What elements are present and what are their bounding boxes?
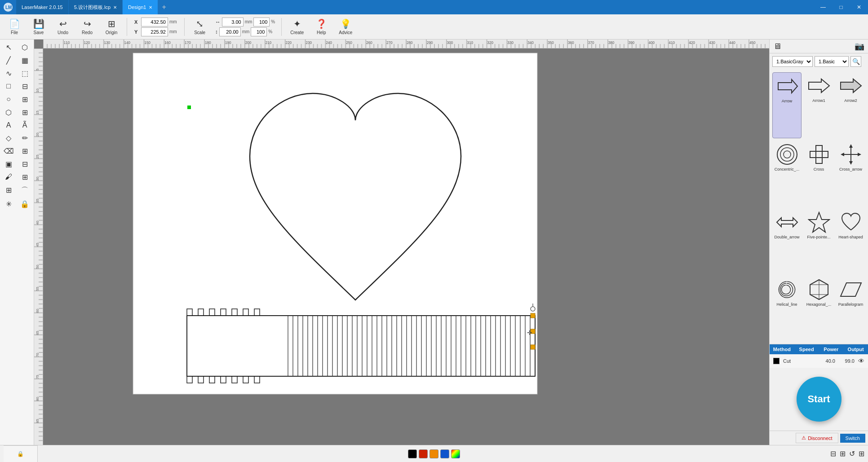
- tab-method[interactable]: Method: [770, 344, 794, 354]
- pencil-icon: ✏: [22, 134, 28, 142]
- tab-output[interactable]: Output: [843, 344, 868, 354]
- width-input[interactable]: [222, 18, 244, 26]
- create-button[interactable]: ✦ Create: [286, 16, 308, 38]
- measure-tool[interactable]: ⊞: [17, 145, 32, 157]
- shape-concentric[interactable]: Concentric_...: [772, 141, 802, 206]
- disconnect-button[interactable]: ⚠ Disconnect: [796, 433, 838, 443]
- swatch-blue[interactable]: [440, 449, 449, 458]
- switch-button[interactable]: Switch: [840, 434, 865, 443]
- advice-button[interactable]: 💡 Advice: [335, 16, 356, 38]
- shape-category-dropdown-1[interactable]: 1.BasicGray 2.Advanced: [772, 56, 813, 67]
- origin-icon: ⊞: [108, 18, 115, 29]
- y-input[interactable]: [141, 27, 168, 36]
- help-icon: ❓: [316, 18, 327, 29]
- shape-arrow2[interactable]: Arrow2: [836, 72, 865, 138]
- help-button[interactable]: ❓ Help: [310, 16, 332, 38]
- text-tool[interactable]: A: [1, 119, 16, 131]
- select-tool[interactable]: ↖: [1, 41, 16, 53]
- shape-parallelogram[interactable]: Parallelogram: [836, 276, 865, 341]
- shape-arrow1[interactable]: Arrow1: [804, 72, 833, 138]
- save-button[interactable]: 💾 Save: [28, 16, 49, 38]
- camera-icon[interactable]: 📷: [855, 41, 864, 51]
- polygon-tool[interactable]: ⬡: [1, 106, 16, 119]
- maximize-button[interactable]: □: [832, 0, 850, 14]
- shape-cross-arrow[interactable]: Cross_arrow: [836, 141, 865, 206]
- swatch-red[interactable]: [419, 449, 428, 458]
- paint2-tool[interactable]: ⊞: [17, 171, 32, 183]
- start-button[interactable]: Start: [797, 377, 841, 422]
- undo-button[interactable]: ↩ Undo: [52, 16, 74, 38]
- tab-power[interactable]: Power: [819, 344, 844, 354]
- x-input[interactable]: [141, 18, 168, 26]
- shape-arrow[interactable]: Arrow: [772, 72, 802, 138]
- scale-button[interactable]: ⤡ Scale: [189, 16, 211, 38]
- left-lock-icon: 🔒: [20, 200, 29, 208]
- close-window-button[interactable]: ✕: [850, 0, 868, 14]
- close-tab-template[interactable]: ✕: [113, 5, 117, 10]
- burst-tool[interactable]: ✳: [1, 198, 16, 210]
- diamond-tool[interactable]: ◇: [1, 132, 16, 144]
- fill-tool[interactable]: ▣: [1, 158, 16, 170]
- close-tab-design1[interactable]: ✕: [149, 5, 152, 10]
- crop-status-icon[interactable]: ⊟: [830, 449, 836, 458]
- grid-status-icon[interactable]: ⊞: [859, 449, 864, 458]
- lock-area[interactable]: 🔒: [4, 445, 38, 462]
- tab-design-template[interactable]: 5.设计图模板.lcp ✕: [69, 0, 123, 14]
- pencil-tool[interactable]: ✏: [17, 132, 32, 144]
- eraser-tool[interactable]: ⌫: [1, 145, 16, 157]
- rect-tool[interactable]: □: [1, 80, 16, 92]
- monitor-icon[interactable]: 🖥: [773, 42, 781, 51]
- shape-category-dropdown-2[interactable]: 1.Basic 2.Special: [815, 56, 849, 67]
- minimize-button[interactable]: —: [814, 0, 832, 14]
- layer-panel: Method Speed Power Output Cut 40.0 99.0 …: [770, 344, 868, 368]
- file-button[interactable]: 📄 File: [4, 16, 25, 38]
- search-shapes-button[interactable]: 🔍: [850, 56, 861, 67]
- table-tool[interactable]: ⊞: [1, 184, 16, 197]
- canvas-workspace[interactable]: ✛: [43, 48, 769, 445]
- canvas-area[interactable]: ✛: [34, 40, 769, 445]
- tab-speed[interactable]: Speed: [794, 344, 819, 354]
- align-tool[interactable]: ⊟: [17, 158, 32, 170]
- tab-lasermaker[interactable]: LaserMaker 2.0.15: [16, 0, 69, 14]
- bottom-right-controls: ⚠ Disconnect Switch: [770, 431, 868, 445]
- node-tool[interactable]: ⬡: [17, 41, 32, 53]
- grid-tool[interactable]: ⊞: [17, 106, 32, 119]
- bitmap-tool[interactable]: ▦: [17, 54, 32, 66]
- add-tab-button[interactable]: +: [158, 3, 169, 11]
- align-status-icon[interactable]: ⊞: [840, 449, 846, 458]
- redo-button[interactable]: ↪ Redo: [76, 16, 98, 38]
- line-icon: ╱: [6, 56, 11, 65]
- shape-heart[interactable]: Heart-shaped: [836, 209, 865, 274]
- align-icon: ⊟: [22, 160, 28, 168]
- origin-button[interactable]: ⊞ Origin: [101, 16, 122, 38]
- lock-tool[interactable]: 🔒: [17, 198, 32, 210]
- shape-hexagonal[interactable]: Hexagonal_...: [804, 276, 833, 341]
- layer-color[interactable]: [773, 358, 779, 364]
- shape-five-pointed[interactable]: Five-pointe...: [804, 209, 833, 274]
- shape-helical[interactable]: Helical_line: [772, 276, 802, 341]
- text-variant-tool[interactable]: Ã: [17, 119, 32, 131]
- shape-five-pointed-label: Five-pointe...: [807, 235, 830, 239]
- tab-design1[interactable]: Design1 ✕: [123, 0, 158, 14]
- height-unit: mm: [242, 29, 250, 34]
- shape-double-arrow[interactable]: Double_arrow: [772, 209, 802, 274]
- angle-tool[interactable]: ⌒: [17, 184, 32, 197]
- separator-1: [127, 18, 127, 36]
- height-pct-input[interactable]: [251, 27, 267, 36]
- swatch-black[interactable]: [408, 449, 417, 458]
- create-icon: ✦: [293, 18, 301, 29]
- width-pct-input[interactable]: [253, 18, 270, 26]
- line-tool[interactable]: ╱: [1, 54, 16, 66]
- crop-tool[interactable]: ⬚: [17, 67, 32, 79]
- curve-tool[interactable]: ∿: [1, 67, 16, 79]
- swatch-rainbow[interactable]: [451, 449, 460, 458]
- swatch-orange[interactable]: [430, 449, 438, 458]
- ellipse-tool[interactable]: ○: [1, 93, 16, 106]
- height-input[interactable]: [219, 27, 241, 36]
- paint-tool[interactable]: 🖌: [1, 171, 16, 183]
- rect-variant-tool[interactable]: ⊟: [17, 80, 32, 92]
- layer-visibility-icon[interactable]: 👁: [858, 357, 864, 365]
- refresh-status-icon[interactable]: ↺: [849, 449, 855, 458]
- shape-cross[interactable]: Cross: [804, 141, 833, 206]
- ellipse-variant-tool[interactable]: ⊞: [17, 93, 32, 106]
